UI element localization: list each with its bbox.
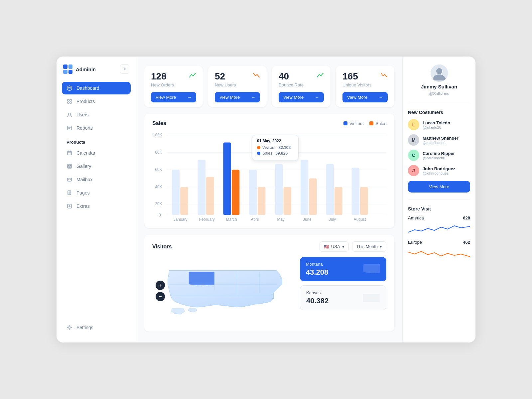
america-chart-svg (408, 223, 470, 235)
chevron-down-icon: ▾ (342, 244, 344, 249)
svg-rect-42 (206, 177, 214, 215)
svg-rect-7 (67, 126, 71, 130)
country-label: USA (331, 244, 340, 249)
trend-icon-users (253, 72, 260, 79)
svg-text:40K: 40K (155, 184, 162, 189)
svg-text:60K: 60K (155, 167, 162, 172)
montana-shape (362, 261, 382, 278)
store-visit-title: Store Visit (408, 206, 470, 211)
svg-rect-41 (198, 160, 205, 215)
new-customers-section: New Costumers L Lucas Toledo @lukedo20 M… (408, 110, 470, 193)
customer-info-caroline: Caroline Ripper @carolinechill (423, 151, 470, 160)
svg-point-26 (69, 327, 70, 329)
view-more-visitors-button[interactable]: View More → (342, 92, 388, 102)
sidebar-extras-label: Extras (76, 203, 90, 209)
collapse-button[interactable]: < (120, 65, 129, 74)
country-filter-button[interactable]: 🇺🇸 USA ▾ (320, 241, 349, 252)
svg-rect-54 (360, 187, 368, 215)
reports-icon (66, 125, 72, 131)
zoom-in-button[interactable]: + (156, 281, 165, 290)
logo-dot-1 (63, 65, 67, 69)
sidebar-item-reports[interactable]: Reports (62, 122, 131, 134)
america-chart (408, 223, 470, 235)
trend-icon-orders (189, 72, 196, 79)
europe-chart (408, 247, 470, 259)
view-more-bounce-button[interactable]: View More → (279, 92, 324, 102)
chevron-down-icon-2: ▾ (380, 244, 382, 249)
region-card-montana[interactable]: Montana 43.208 (300, 257, 386, 281)
user-avatar (431, 65, 448, 82)
customer-handle-lucas: @lukedo20 (423, 125, 470, 129)
pages-icon (66, 190, 72, 196)
region-card-kansas[interactable]: Kansas 40.382 (300, 285, 386, 310)
store-item-america: America 628 (408, 215, 470, 220)
stat-card-users: 52 New Users View More → (208, 66, 267, 107)
zoom-out-button[interactable]: − (156, 292, 165, 301)
stat-card-top-bounce: 40 (279, 72, 324, 81)
stat-label-users: New Users (215, 82, 260, 87)
store-label-europe: Europe (408, 240, 422, 245)
legend-visitors-dot (343, 121, 347, 125)
calendar-icon (66, 150, 72, 156)
sidebar-pages-label: Pages (76, 190, 90, 196)
svg-text:March: March (226, 217, 237, 221)
period-filter-button[interactable]: This Month ▾ (352, 241, 386, 252)
sidebar-item-calendar[interactable]: Calendar (62, 147, 131, 159)
sidebar-dashboard-label: Dashboard (76, 85, 99, 91)
svg-text:July: July (329, 217, 336, 221)
sidebar-item-users[interactable]: Users (62, 108, 131, 121)
new-customers-title: New Costumers (408, 110, 470, 115)
svg-point-6 (68, 113, 70, 115)
divider-2 (408, 199, 470, 200)
stat-value-users: 52 (215, 72, 225, 81)
svg-rect-39 (172, 170, 180, 215)
flag-icon: 🇺🇸 (324, 244, 329, 249)
view-more-orders-button[interactable]: View More → (151, 92, 196, 102)
visitors-content: + − (152, 257, 386, 325)
sidebar-item-extras[interactable]: Extras (62, 200, 131, 212)
usa-map-svg (152, 257, 293, 324)
user-profile: Jimmy Sullivan @Sullivans (408, 65, 470, 96)
filter-group: 🇺🇸 USA ▾ This Month ▾ (320, 241, 386, 252)
svg-rect-5 (70, 102, 71, 103)
stat-value-bounce: 40 (279, 72, 289, 81)
arrow-right-icon-4: → (379, 95, 383, 100)
customer-item-caroline: C Caroline Ripper @carolinechill (408, 150, 470, 161)
legend-sales-dot (369, 121, 373, 125)
logo-dot-4 (68, 70, 73, 74)
stat-cards: 128 New Orders View More → 52 (144, 66, 394, 107)
sidebar-bottom: Settings (62, 321, 131, 334)
stat-value-visitors: 165 (342, 72, 358, 81)
logo-dot-3 (63, 70, 67, 74)
customer-handle-caroline: @carolinechill (423, 156, 470, 160)
products-section-label: Products (62, 135, 131, 147)
divider-1 (408, 103, 470, 103)
svg-rect-51 (326, 164, 334, 215)
stat-label-visitors: Unique Visitors (342, 82, 388, 87)
sidebar-item-mailbox[interactable]: Mailbox (62, 173, 131, 186)
sidebar-item-products[interactable]: Products (62, 95, 131, 108)
arrow-right-icon: → (187, 95, 192, 100)
visitors-section: Visitors 🇺🇸 USA ▾ This Month ▾ (144, 235, 394, 332)
svg-text:80K: 80K (155, 150, 162, 155)
chart-title: Sales (152, 120, 166, 126)
map-area: + − (152, 257, 293, 325)
svg-rect-52 (334, 187, 342, 215)
user-handle: @Sullivans (429, 91, 449, 96)
svg-rect-47 (275, 164, 283, 215)
sidebar-item-pages[interactable]: Pages (62, 187, 131, 199)
sidebar-item-dashboard[interactable]: Dashboard (62, 82, 131, 94)
logo-icon (63, 65, 72, 74)
view-more-users-button[interactable]: View More → (215, 92, 260, 102)
svg-rect-46 (258, 187, 265, 215)
sidebar-item-gallery[interactable]: Gallery (62, 160, 131, 173)
store-value-america: 628 (463, 215, 470, 220)
customer-item-john: J John Rodriguez @johnrodriguez (408, 165, 470, 176)
customer-avatar-matthew: M (408, 134, 419, 146)
sidebar-users-label: Users (76, 112, 89, 117)
sidebar-item-settings[interactable]: Settings (62, 321, 131, 334)
store-item-europe: Europe 462 (408, 240, 470, 245)
customer-name-matthew: Matthew Shander (423, 136, 470, 141)
customer-list: L Lucas Toledo @lukedo20 M Matthew Shand… (408, 119, 470, 176)
view-more-customers-button[interactable]: View More (408, 181, 470, 193)
